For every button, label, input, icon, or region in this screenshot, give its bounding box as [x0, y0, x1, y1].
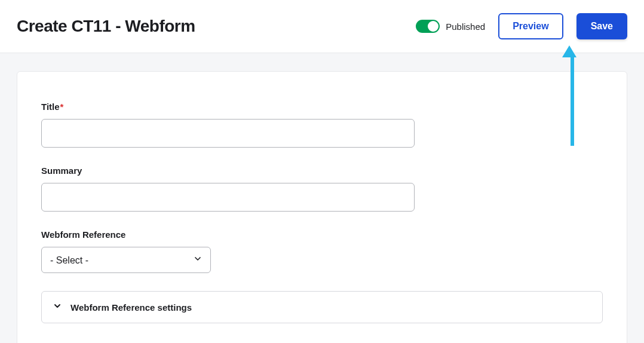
- settings-panel-label: Webform Reference settings: [70, 302, 192, 313]
- page-header: Create CT11 - Webform Published Preview …: [0, 0, 644, 53]
- published-label: Published: [446, 22, 485, 32]
- webform-reference-select[interactable]: - Select -: [41, 247, 211, 273]
- published-toggle[interactable]: [416, 20, 440, 33]
- title-input[interactable]: [41, 119, 415, 148]
- chevron-down-icon: [53, 301, 62, 313]
- title-label-text: Title: [41, 102, 60, 112]
- form-card: Title* Summary Webform Reference - Selec…: [17, 71, 627, 343]
- header-actions: Published Preview Save: [416, 13, 627, 39]
- webform-reference-select-wrap: - Select -: [41, 247, 211, 273]
- published-toggle-wrap: Published: [416, 20, 485, 33]
- webform-reference-settings-panel[interactable]: Webform Reference settings: [41, 291, 603, 323]
- title-field: Title*: [41, 102, 603, 148]
- save-button[interactable]: Save: [576, 13, 627, 39]
- webform-reference-label: Webform Reference: [41, 229, 603, 240]
- toggle-knob: [428, 21, 438, 32]
- required-mark: *: [60, 102, 64, 112]
- title-label: Title*: [41, 102, 603, 112]
- preview-button[interactable]: Preview: [498, 13, 563, 39]
- webform-reference-field: Webform Reference - Select -: [41, 229, 603, 273]
- summary-label: Summary: [41, 166, 603, 176]
- summary-input[interactable]: [41, 183, 415, 212]
- page-title: Create CT11 - Webform: [17, 17, 195, 36]
- summary-field: Summary: [41, 166, 603, 212]
